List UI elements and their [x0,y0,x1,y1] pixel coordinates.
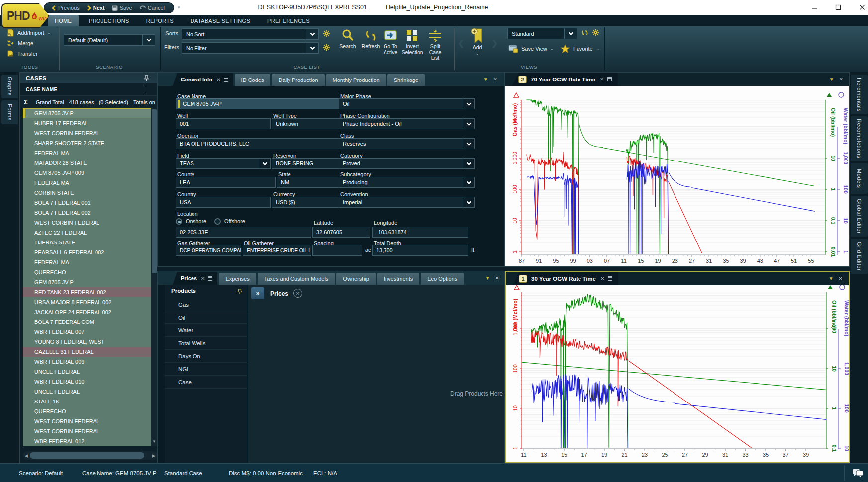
prices-drop-area[interactable]: » Prices ✕ Drag Products Here [248,285,504,463]
tab-prices[interactable]: Prices✕ [173,272,217,285]
onshore-radio[interactable] [176,218,182,225]
close-icon[interactable]: ✕ [600,276,604,281]
case-row[interactable]: FEDERAL MA [23,178,151,188]
operator-field[interactable]: BTA OIL PRODUCERS, LLC [176,138,367,149]
tab-daily-production[interactable]: Daily Production [272,74,324,86]
case-row[interactable]: WEST CORBIN FEDERAL [23,426,151,436]
country-field[interactable]: USA [176,197,271,208]
case-row[interactable]: WBR FEDERAL 007 [23,327,151,337]
case-row[interactable]: YOUNG 8 FEDERAL, WEST [23,337,151,347]
favorite-button[interactable]: Favorite ⌄ [560,44,599,53]
location-field[interactable]: 02 20S 33E [176,227,311,238]
chevron-down-icon[interactable] [463,197,475,208]
filters-dropdown[interactable]: No Filter [182,42,319,54]
latitude-field[interactable]: 32.607605 [312,227,370,238]
filters-settings-gear-icon[interactable] [323,44,330,53]
product-item-total-wells[interactable]: Total Wells [165,337,247,350]
dock-tab-grid-editor[interactable]: Grid Editor [851,239,868,274]
case-row[interactable]: WEST CORBIN FEDERAL [23,128,151,138]
tab-id-codes[interactable]: ID Codes [235,74,271,86]
case-row[interactable]: WBR FEDERAL 012 [23,436,151,446]
case-row[interactable]: TIJERAS STATE [23,238,151,247]
product-item-case[interactable]: Case [165,376,247,389]
case-row[interactable]: AZTEC 22 FEDERAL [23,228,151,238]
scrollbar-thumb[interactable] [152,109,157,273]
scroll-right-arrow[interactable]: ▶ [150,453,157,458]
tab-ownership[interactable]: Ownership [336,273,376,285]
menu-tab-preferences[interactable]: PREFERENCES [260,15,317,26]
chart-30yr-plot[interactable]: 1,000100101Gas (Mcf/mo)11131517192123252… [506,285,849,462]
case-row[interactable]: GAZELLE 31 FEDERAL [23,347,151,357]
maximize-icon[interactable] [208,276,212,281]
case-name-column-header[interactable]: CASE NAME [20,84,157,96]
scenario-dropdown[interactable]: Default (Default) [64,34,155,46]
product-item-days-on[interactable]: Days On [165,350,247,363]
vertical-scrollbar[interactable]: ▼ [151,108,157,446]
dock-tab-incrementals[interactable]: Incrementals [851,75,868,114]
tab-taxes-and-custom-models[interactable]: Taxes and Custom Models [258,273,335,285]
save-button[interactable]: Save [109,5,135,11]
case-row[interactable]: RED TANK 23 FEDERAL 002 [23,287,151,297]
case-row[interactable]: UNCLE FEDERAL [23,367,151,377]
product-item-oil[interactable]: Oil [165,311,247,324]
scroll-down-arrow[interactable]: ▼ [151,438,157,445]
ribbon-button-split-case-list[interactable]: Split CaseList [424,28,447,61]
scroll-left-arrow[interactable]: ◀ [23,453,30,458]
ribbon-button-invert-selection[interactable]: InvertSelection [401,28,424,55]
maximize-icon[interactable] [607,77,612,81]
dock-tab-forms[interactable]: Forms [1,100,18,124]
sorts-dropdown[interactable]: No Sort [182,28,319,40]
chevron-down-icon[interactable] [463,158,475,169]
tab-investments[interactable]: Investments [377,273,419,285]
maximize-icon[interactable] [608,276,612,281]
case-row[interactable]: MATADOR 28 STATE [23,158,151,168]
expand-products-button[interactable]: » [251,287,264,299]
phase_config-dropdown[interactable]: Phase Independent - Oil [339,118,475,129]
case-row[interactable]: WBR FEDERAL 009 [23,357,151,367]
case-row[interactable]: STATE 16 [23,397,151,406]
chevron-down-icon[interactable] [463,118,475,129]
subcategory-dropdown[interactable]: Producing [339,177,475,188]
category-dropdown[interactable]: Proved [339,158,475,169]
class-dropdown[interactable]: Reserves [339,138,475,149]
total_depth-field[interactable]: 13,700 [372,245,468,256]
product-item-ngl[interactable]: NGL [165,363,247,376]
chevron-down-icon[interactable] [564,28,577,39]
nav-right-chevron[interactable]: ❯ [491,38,498,48]
menu-tab-database-settings[interactable]: DATABASE SETTINGS [184,15,257,26]
county-field[interactable]: LEA [176,177,276,188]
case-row[interactable]: WEST CORBIN FEDERAL [23,218,151,228]
case-row[interactable]: SHARP SHOOTER 2 STATE [23,138,151,148]
close-icon[interactable]: ✕ [201,276,205,281]
field-dropdown[interactable]: TEAS [176,158,271,169]
gas_gatherer-field[interactable]: DCP OPERATING COMPANY [176,245,241,256]
ribbon-button-add-import[interactable]: Add/Import ⌄ [7,28,51,37]
case-row[interactable]: UNCLE FEDERAL [23,387,151,397]
close-icon[interactable]: ✕ [493,77,497,82]
previous-button[interactable]: Previous [49,5,82,11]
maximize-icon[interactable] [224,78,228,82]
views-settings-gear-icon[interactable] [592,29,599,38]
product-item-water[interactable]: Water [165,324,247,337]
dock-tab-models[interactable]: Models [851,163,868,194]
oil_gatherer-field[interactable]: ENTERPRISE CRUDE OIL LLC [243,245,311,256]
case-row[interactable]: BOLA 7 FEDERAL COM [23,317,151,327]
collapse-icon[interactable]: ▼ [829,77,834,82]
sorts-settings-gear-icon[interactable] [323,30,330,39]
ribbon-button-merge[interactable]: Merge [7,39,33,48]
save-view-button[interactable]: Save View ⌄ [508,44,554,53]
chevron-down-icon[interactable] [463,98,475,109]
offshore-radio[interactable] [214,218,221,225]
collapse-icon[interactable]: ▼ [483,77,488,82]
close-icon[interactable]: ✕ [495,275,499,281]
collapse-icon[interactable]: ▼ [829,276,834,281]
views-dropdown[interactable]: Standard [507,28,577,39]
tab-expenses[interactable]: Expenses [219,273,256,285]
dock-tab-graphs[interactable]: Graphs [1,75,18,98]
ribbon-button-search[interactable]: Search [336,28,359,50]
case-row[interactable]: JACKALOPE 24 FEDERAL 002 [23,307,151,317]
case_name-field[interactable]: GEM 8705 JV-P [176,98,367,109]
case-row[interactable]: FEDERAL MA [23,257,151,267]
horizontal-scrollbar[interactable]: ◀▶ [23,451,157,460]
chart-70yr-plot[interactable]: 1,000100101Gas (Mcf/mo)87919599030711151… [505,86,849,266]
